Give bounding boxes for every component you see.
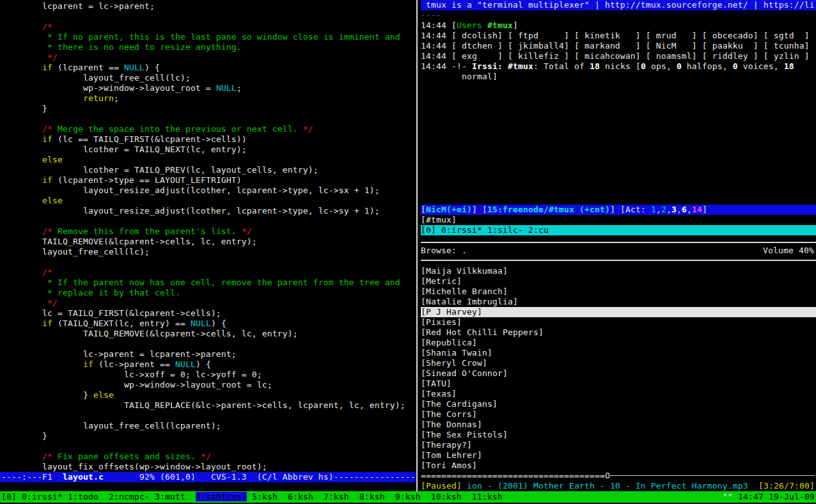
text-line: lc->parent = lcparent->parent; xyxy=(1,349,416,359)
text-line: */ xyxy=(1,298,416,308)
date-label: 19-Jul-09 xyxy=(769,492,815,501)
text-line xyxy=(1,441,416,452)
text-line: layout_fix_offsets(wp->window->layout_ro… xyxy=(1,462,416,472)
text-line: lcother = TAILQ_PREV(lc, layout_cells, e… xyxy=(1,165,416,175)
window-gap xyxy=(421,492,431,501)
session-label: [0] xyxy=(1,492,22,501)
date-spacer xyxy=(764,492,769,501)
text-line: */ xyxy=(1,52,416,63)
list-item[interactable]: [Pixies] xyxy=(421,317,816,327)
text-line: /* Fix pane offsets and sizes. */ xyxy=(1,452,416,462)
text-line: if (lc->parent == NULL) { xyxy=(1,359,416,370)
inner-tmux-status-bar[interactable]: [0] 0:irssi* 1:silc- 2:cu xyxy=(421,225,816,235)
text-line: ---- xyxy=(421,10,816,20)
window-gap xyxy=(247,492,252,501)
text-line: lcother = TAILQ_NEXT(lc, entry); xyxy=(1,145,416,155)
list-item[interactable]: [Republica] xyxy=(421,338,816,348)
clock-label: 14:47 xyxy=(738,492,764,501)
text-line: } else xyxy=(1,390,416,400)
window-tab[interactable]: 4:ssh[cvs] xyxy=(196,492,247,501)
list-item[interactable]: [Sheryl Crow] xyxy=(421,358,816,368)
window-tab[interactable]: 6:ksh xyxy=(288,492,313,501)
list-item[interactable]: [Therapy?] xyxy=(421,440,816,450)
window-tab[interactable]: 3:mutt xyxy=(155,492,185,501)
text-line xyxy=(1,411,416,421)
text-line: TAILQ_REPLACE(&lc->parent->cells, lcpare… xyxy=(1,400,416,411)
text-line xyxy=(1,216,416,226)
code-area[interactable]: lcparent = lc->parent; /* * If no parent… xyxy=(1,1,416,472)
list-item[interactable]: [Maija Vilkkumaa] xyxy=(421,266,816,276)
list-item[interactable]: [Sinead O'Connor] xyxy=(421,368,816,379)
separator-line xyxy=(421,242,816,243)
text-line: if (lcparent->type == LAYOUT_LEFTRIGHT) xyxy=(1,175,416,185)
window-tab[interactable]: 0:irssi* xyxy=(22,492,63,501)
list-item[interactable]: [Tori Amos] xyxy=(421,461,816,471)
editor-pane[interactable]: lcparent = lc->parent; /* * If no parent… xyxy=(0,0,416,491)
list-item[interactable]: [The Corrs] xyxy=(421,409,816,420)
text-line: /* Remove this from the parent's list. *… xyxy=(1,226,416,237)
list-item[interactable]: [The Sex Pistols] xyxy=(421,430,816,440)
list-item[interactable]: [TATU] xyxy=(421,379,816,389)
text-line: 14:44 [ dcolish] [ ftpd ] [ kinetik ] [ … xyxy=(421,31,816,41)
window-gap xyxy=(349,492,359,501)
text-line: /* xyxy=(1,267,416,278)
text-line: if (lcparent == NULL) { xyxy=(1,63,416,73)
text-line: layout_free_cell(lc); xyxy=(1,73,416,83)
text-line xyxy=(1,339,416,349)
window-gap xyxy=(462,492,472,501)
text-line: } xyxy=(1,431,416,441)
player-progress-bar: ====================================O───… xyxy=(421,471,816,481)
list-item[interactable]: [Michelle Branch] xyxy=(421,287,816,297)
window-tab[interactable]: 2:ncmpc- xyxy=(109,492,150,501)
window-tab[interactable]: 1:todo xyxy=(68,492,98,501)
text-line: 14:44 [Users #tmux] xyxy=(421,20,816,31)
text-line: lcparent = lc->parent; xyxy=(1,1,416,12)
list-item[interactable]: [The Cardigans] xyxy=(421,399,816,409)
text-line xyxy=(1,12,416,22)
pane-title-label: "" xyxy=(723,492,733,501)
window-tab[interactable]: 10:ksh xyxy=(431,492,462,501)
window-tab[interactable]: 5:ksh xyxy=(252,492,278,501)
window-gap xyxy=(385,492,395,501)
text-line: layout_free_cell(lc); xyxy=(1,247,416,257)
window-gap xyxy=(150,492,155,501)
text-line: return; xyxy=(1,93,416,104)
window-gap xyxy=(313,492,324,501)
window-tab[interactable]: 7:ksh xyxy=(324,492,349,501)
text-line: layout_resize_adjust(lcother, lcparent->… xyxy=(1,185,416,196)
window-gap xyxy=(185,492,196,501)
text-line: lc = TAILQ_FIRST(&lcparent->cells); xyxy=(1,308,416,319)
list-item[interactable]: [Metric] xyxy=(421,276,816,287)
irc-topic-bar: tmux is a "terminal multiplexer" | http:… xyxy=(421,0,816,10)
text-line: layout_resize_adjust(lcother, lcparent->… xyxy=(1,206,416,216)
list-item[interactable]: [Red Hot Chilli Peppers] xyxy=(421,327,816,338)
right-pane[interactable]: tmux is a "terminal multiplexer" | http:… xyxy=(421,0,816,491)
list-item[interactable]: [The Donnas] xyxy=(421,420,816,430)
list-item[interactable]: [Tom Lehrer] xyxy=(421,450,816,461)
volume-label: Volume 40% xyxy=(763,246,814,256)
player-title-bar: Browse: . Volume 40% xyxy=(421,246,816,256)
text-line: /* Merge the space into the previous or … xyxy=(1,124,416,134)
text-line: lc->xoff = 0; lc->yoff = 0; xyxy=(1,370,416,380)
irc-input-line[interactable]: [#tmux] xyxy=(421,215,816,225)
list-item[interactable]: [Texas] xyxy=(421,389,816,399)
text-line: if (lc == TAILQ_FIRST(&lcparent->cells)) xyxy=(1,134,416,145)
text-line: wp->window->layout_root = lc; xyxy=(1,380,416,390)
irc-message-area: ----14:44 [Users #tmux]14:44 [ dcolish] … xyxy=(421,10,816,82)
text-line: * If no parent, this is the last pane so… xyxy=(1,32,416,42)
window-tab[interactable]: 9:ksh xyxy=(395,492,421,501)
list-item[interactable]: [Shania Twain] xyxy=(421,348,816,358)
window-list: [0] 0:irssi* 1:todo 2:ncmpc- 3:mutt 4:ss… xyxy=(1,491,503,503)
text-line: wp->window->layout_root = NULL; xyxy=(1,83,416,93)
track-time-label: [3:26/7:00] xyxy=(758,481,815,491)
tmux-status-bar: [0] 0:irssi* 1:todo 2:ncmpc- 3:mutt 4:ss… xyxy=(0,491,816,503)
list-item[interactable]: [Natalie Imbruglia] xyxy=(421,297,816,307)
text-line: } xyxy=(1,104,416,114)
pane-border[interactable] xyxy=(416,0,418,491)
window-tab[interactable]: 8:ksh xyxy=(359,492,385,501)
text-line xyxy=(1,114,416,124)
text-line: TAILQ_REMOVE(&lcparent->cells, lc, entry… xyxy=(1,237,416,247)
list-item[interactable]: [P J Harvey] xyxy=(421,307,816,317)
text-line: else xyxy=(1,155,416,165)
window-tab[interactable]: 11:ksh xyxy=(472,492,503,501)
